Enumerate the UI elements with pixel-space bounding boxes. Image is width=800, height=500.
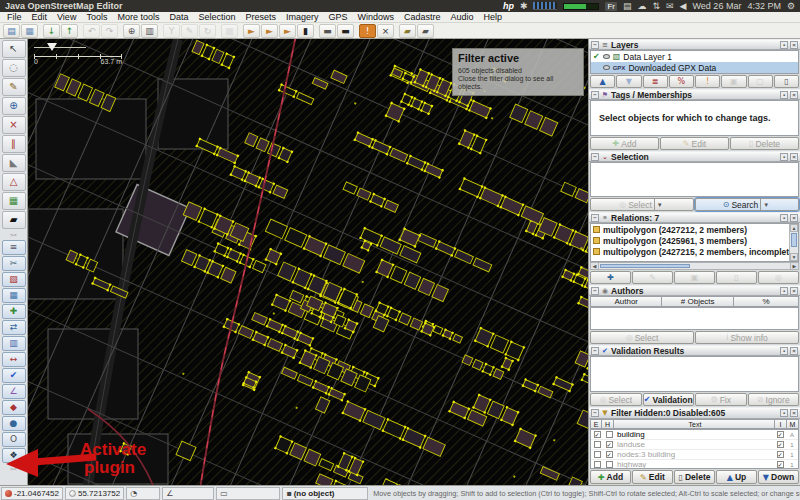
mail-icon[interactable]: ✉ [666, 1, 674, 11]
map-sync-tool-button[interactable]: ⇄ [2, 320, 26, 335]
add-imagery-tool-button[interactable]: ✚ [2, 304, 26, 319]
menu-audio[interactable]: Audio [446, 12, 479, 22]
orthogonalize-button[interactable]: ✎ [181, 24, 198, 38]
menu-help[interactable]: Help [479, 12, 508, 22]
filter-col-text[interactable]: Text [614, 419, 775, 429]
menu-presets[interactable]: Presets [240, 12, 281, 22]
open-file-button[interactable]: ▤ [3, 24, 20, 38]
session-icon[interactable]: ✱ [520, 1, 528, 11]
network-icon[interactable]: ⇅ [653, 1, 661, 11]
validation-list[interactable] [590, 356, 799, 392]
map-canvas[interactable] [28, 39, 588, 485]
filter-delete-button[interactable]: ▯Delete [674, 470, 715, 484]
relation-select-button[interactable]: ◎ [758, 271, 799, 284]
filter-up-button[interactable]: ▲Up [716, 470, 757, 484]
relations-list[interactable]: multipolygon (2427212, 2 members)multipo… [590, 223, 799, 262]
filter-hide-checkbox[interactable]: ✓ [606, 451, 613, 458]
menu-selection[interactable]: Selection [193, 12, 240, 22]
cadastre-warning-button[interactable]: ! [359, 24, 376, 38]
panel-pin-icon[interactable]: ▪ [780, 41, 788, 49]
tray-date[interactable]: Wed 26 Mar [693, 1, 742, 11]
authors-show-info-button[interactable]: iShow info [695, 331, 799, 344]
angle-tool-button[interactable]: ∠ [2, 384, 26, 399]
plug-button[interactable]: ▮ [297, 24, 314, 38]
cadastre-grab-button[interactable]: ▰ [399, 24, 416, 38]
scroll-up-icon[interactable]: ▲ [790, 224, 798, 232]
layer-row-data[interactable]: ✔ ▧ Data Layer 1 [591, 51, 798, 62]
relation-row[interactable]: multipolygon (2427212, 2 members) [591, 224, 798, 235]
filter-down-button[interactable]: ▼Down [758, 470, 799, 484]
layer-down-button[interactable]: ▼ [616, 75, 641, 88]
toolbar-handle[interactable]: >< [10, 232, 17, 238]
menu-gps[interactable]: GPS [324, 12, 353, 22]
menu-view[interactable]: View [52, 12, 81, 22]
panel-close-icon[interactable]: × [790, 287, 798, 295]
authors-col-objects[interactable]: # Objects [662, 296, 733, 307]
panel-pin-icon[interactable]: ▪ [780, 214, 788, 222]
copy-tags-tool-button[interactable]: ≡ [2, 240, 26, 255]
cadastre-cursor-add-button[interactable]: ► [261, 24, 278, 38]
panel-close-icon[interactable]: × [790, 41, 798, 49]
cadastre-cursor-rotate-button[interactable]: ► [279, 24, 296, 38]
cadastre-cursor-button[interactable]: ► [243, 24, 260, 38]
relation-row[interactable]: multipolygon (2427215, 2 members, incomp… [591, 246, 798, 257]
cpu-graph-icon[interactable] [533, 2, 557, 10]
merge-layer-tool-button[interactable]: ▧ [2, 272, 26, 287]
authors-list[interactable] [590, 307, 799, 330]
filter-inverted-checkbox[interactable]: ✓ [777, 441, 784, 448]
printer-icon[interactable]: ▤ [623, 1, 632, 11]
authors-col-author[interactable]: Author [590, 296, 662, 307]
volume-icon[interactable]: ◀ [680, 1, 687, 11]
zoom-selection-button[interactable]: ⊕ [123, 24, 140, 38]
filter-hide-checkbox[interactable] [606, 461, 613, 468]
menu-more-tools[interactable]: More tools [112, 12, 164, 22]
menu-cadastre[interactable]: Cadastre [399, 12, 446, 22]
selection-search-button[interactable]: ⊙Search▼ [695, 198, 799, 211]
save-button[interactable]: ▦ [21, 24, 38, 38]
filter-inverted-checkbox[interactable]: ✓ [777, 461, 784, 468]
select-tool-button[interactable]: ↖ [2, 40, 26, 58]
layer-row-gpx[interactable]: ✔ GPX Downloaded GPX Data [591, 62, 798, 73]
layer-warning-button[interactable]: ! [695, 75, 720, 88]
cube-tool-button[interactable]: ◆ [2, 400, 26, 415]
update-data-button[interactable]: ↻ [199, 24, 216, 38]
blank-tool-button[interactable]: ■ [221, 24, 238, 38]
layer-opacity-button[interactable]: % [669, 75, 694, 88]
globe-tool-button[interactable]: ● [2, 416, 26, 431]
visibility-eye-icon[interactable] [603, 54, 610, 59]
validate-tool-button[interactable]: ✔ [2, 368, 26, 383]
menu-imagery[interactable]: Imagery [281, 12, 324, 22]
filter-add-button[interactable]: ✚Add [590, 470, 631, 484]
filter-enable-checkbox[interactable] [594, 451, 601, 458]
save-view-tool-button[interactable]: ▥ [2, 336, 26, 351]
menu-windows[interactable]: Windows [353, 12, 400, 22]
upload-osm-button[interactable]: ↑ [61, 24, 78, 38]
menu-file[interactable]: File [0, 12, 27, 22]
panel-pin-icon[interactable]: ▪ [780, 91, 788, 99]
filter-col-mode[interactable]: M [787, 419, 799, 429]
relation-row[interactable]: multipolygon (2425961, 3 members) [591, 235, 798, 246]
filter-row[interactable]: ✓nodes:3 building✓1 [591, 450, 798, 460]
panel-collapse-icon[interactable]: − [591, 214, 599, 222]
filter-row[interactable]: highway✓1 [591, 460, 798, 469]
tag-delete-button[interactable]: ▯Delete [730, 137, 799, 150]
gear-icon[interactable]: ⚙ [787, 1, 795, 11]
delete-tool-button[interactable]: × [2, 116, 26, 134]
zoom-slider-thumb[interactable] [47, 43, 57, 51]
panel-collapse-icon[interactable]: − [591, 153, 599, 161]
chevron-down-icon[interactable]: ▼ [654, 199, 665, 210]
filter-row[interactable]: ✓landuse✓1 [591, 440, 798, 450]
panel-collapse-icon[interactable]: − [591, 347, 599, 355]
filter-enable-checkbox[interactable] [594, 441, 601, 448]
toolbar-handle[interactable]: >< [10, 466, 17, 472]
filter-col-enable[interactable]: E [590, 419, 602, 429]
zoom-slider[interactable] [34, 43, 86, 52]
blackout-tool-button[interactable]: ▰ [2, 211, 26, 229]
panel-collapse-icon[interactable]: − [591, 409, 599, 417]
filter-inverted-checkbox[interactable]: ✓ [777, 431, 784, 438]
panel-pin-icon[interactable]: ▪ [780, 287, 788, 295]
improve-accuracy-tool-button[interactable]: ◣ [2, 154, 26, 172]
filter-hide-checkbox[interactable] [606, 431, 613, 438]
layer-duplicate-button[interactable]: ▣ [721, 75, 746, 88]
tag-add-button[interactable]: ✚Add [590, 137, 659, 150]
